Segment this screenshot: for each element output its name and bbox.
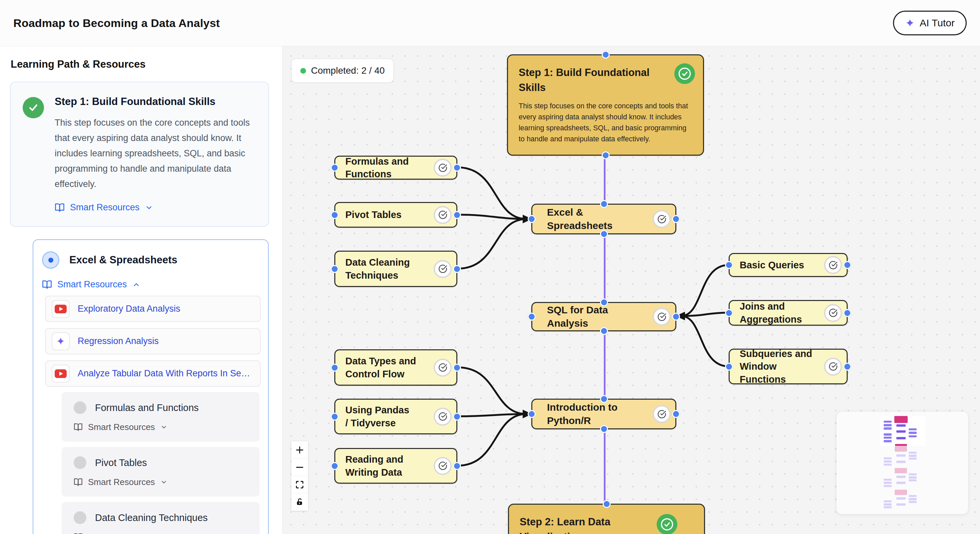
node-pandas[interactable]: Using Pandas / Tidyverse — [334, 399, 457, 434]
chevron-up-icon — [132, 281, 140, 289]
handle-left[interactable] — [725, 363, 733, 371]
zoom-out-button[interactable] — [291, 459, 308, 476]
sidebar-heading: Learning Path & Resources — [11, 58, 269, 70]
node-formulas[interactable]: Formulas and Functions — [334, 156, 457, 180]
mark-complete-button[interactable] — [824, 304, 842, 322]
node-reading[interactable]: Reading and Writing Data — [334, 448, 457, 484]
handle-bottom[interactable] — [602, 151, 610, 159]
handle-right[interactable] — [672, 410, 680, 418]
node-pivot[interactable]: Pivot Tables — [334, 202, 457, 228]
handle-left[interactable] — [331, 364, 339, 372]
handle-top[interactable] — [602, 51, 610, 59]
node-joins[interactable]: Joins and Aggregations — [729, 300, 848, 326]
minimap-node — [895, 447, 907, 452]
smart-resources-toggle[interactable]: Smart Resources — [74, 477, 260, 487]
node-label: Reading and Writing Data — [345, 453, 418, 479]
lock-button[interactable] — [291, 493, 308, 511]
handle-left[interactable] — [331, 462, 339, 470]
handle-bottom[interactable] — [600, 425, 608, 433]
mark-complete-button[interactable] — [434, 359, 452, 377]
mark-complete-button[interactable] — [434, 408, 452, 426]
handle-top[interactable] — [600, 200, 608, 208]
mark-complete-button[interactable] — [653, 405, 671, 423]
step-card-description: This step focuses on the core concepts a… — [55, 115, 258, 192]
handle-right[interactable] — [453, 364, 461, 372]
handle-right[interactable] — [843, 261, 851, 269]
handle-bottom[interactable] — [600, 230, 608, 238]
ai-tutor-button[interactable]: ✦ AI Tutor — [893, 11, 967, 35]
handle-right[interactable] — [453, 462, 461, 470]
handle-top[interactable] — [603, 500, 611, 508]
mark-complete-button[interactable] — [434, 457, 452, 475]
handle-left[interactable] — [331, 211, 339, 219]
resource-label: Exploratory Data Analysis — [78, 304, 180, 314]
mark-complete-button[interactable] — [653, 308, 671, 326]
handle-top[interactable] — [600, 298, 608, 306]
node-data-types[interactable]: Data Types and Control Flow — [334, 349, 457, 386]
handle-right[interactable] — [672, 215, 680, 223]
handle-left[interactable] — [331, 164, 339, 172]
node-subqueries[interactable]: Subqueries and Window Functions — [729, 349, 848, 384]
resource-link[interactable]: Analyze Tabular Data With Reports In Se… — [45, 360, 261, 387]
node-label: Data Cleaning Techniques — [345, 256, 412, 282]
handle-right[interactable] — [843, 309, 851, 317]
mark-complete-button[interactable] — [434, 159, 452, 176]
resource-link[interactable]: ✦ Regression Analysis — [45, 328, 261, 354]
canvas-controls — [291, 441, 308, 511]
handle-left[interactable] — [331, 413, 339, 421]
check-circle-icon — [829, 362, 838, 371]
completed-check-button[interactable] — [675, 64, 695, 84]
node-sql[interactable]: SQL for Data Analysis — [531, 302, 676, 331]
node-basic-queries[interactable]: Basic Queries — [729, 253, 848, 277]
check-circle-icon — [678, 67, 692, 81]
subtopic-card[interactable]: Pivot Tables Smart Resources — [62, 447, 260, 497]
resource-link[interactable]: Exploratory Data Analysis — [45, 296, 261, 322]
handle-right[interactable] — [453, 164, 461, 172]
handle-top[interactable] — [600, 395, 608, 403]
smart-resources-label: Smart Resources — [88, 422, 155, 432]
minimap-node — [908, 498, 917, 500]
minimap[interactable] — [836, 411, 968, 514]
smart-resources-toggle[interactable]: Smart Resources — [42, 279, 260, 290]
subtopic-card[interactable]: Formulas and Functions Smart Resources — [62, 392, 260, 442]
subtopic-card[interactable]: Data Cleaning Techniques Smart Resources — [62, 502, 260, 534]
node-step2[interactable]: Step 2: Learn Data Visualization — [508, 504, 705, 534]
handle-right[interactable] — [672, 313, 680, 321]
smart-resources-toggle[interactable]: Smart Resources — [74, 532, 260, 534]
mark-complete-button[interactable] — [824, 358, 842, 376]
node-title: Step 1: Build Foundational Skills — [519, 65, 652, 95]
minimap-node — [896, 476, 906, 478]
fit-view-button[interactable] — [291, 476, 308, 493]
node-excel[interactable]: Excel & Spreadsheets — [531, 203, 676, 234]
zoom-in-button[interactable] — [291, 441, 308, 459]
handle-left[interactable] — [725, 309, 733, 317]
handle-bottom[interactable] — [600, 327, 608, 335]
step-card[interactable]: Step 1: Build Foundational Skills This s… — [10, 82, 269, 227]
handle-left[interactable] — [331, 265, 339, 273]
mark-complete-button[interactable] — [653, 210, 671, 228]
handle-left[interactable] — [528, 313, 536, 321]
node-step1[interactable]: Step 1: Build Foundational Skills This s… — [507, 54, 704, 156]
mark-complete-button[interactable] — [434, 206, 452, 224]
handle-left[interactable] — [725, 261, 733, 269]
handle-left[interactable] — [528, 410, 536, 418]
minimap-node — [908, 452, 917, 454]
node-cleaning[interactable]: Data Cleaning Techniques — [334, 251, 457, 287]
minimap-node — [896, 503, 906, 506]
mark-complete-button[interactable] — [434, 260, 452, 278]
flow-canvas[interactable]: Completed: 2 / 40 Step 1: Build Foundati… — [283, 46, 980, 534]
node-python[interactable]: Introduction to Python/R — [531, 399, 676, 429]
handle-right[interactable] — [453, 211, 461, 219]
ai-tutor-label: AI Tutor — [920, 17, 955, 29]
handle-left[interactable] — [528, 215, 536, 223]
handle-right[interactable] — [453, 265, 461, 273]
smart-resources-toggle[interactable]: Smart Resources — [55, 202, 258, 213]
check-circle-icon — [438, 461, 447, 470]
radio-active-icon[interactable] — [42, 251, 59, 269]
topic-card-excel[interactable]: Excel & Spreadsheets Smart Resources Exp… — [33, 239, 269, 534]
handle-right[interactable] — [843, 363, 851, 371]
smart-resources-toggle[interactable]: Smart Resources — [74, 422, 260, 432]
handle-right[interactable] — [453, 413, 461, 421]
completed-check-button[interactable] — [657, 514, 677, 534]
mark-complete-button[interactable] — [824, 256, 842, 274]
